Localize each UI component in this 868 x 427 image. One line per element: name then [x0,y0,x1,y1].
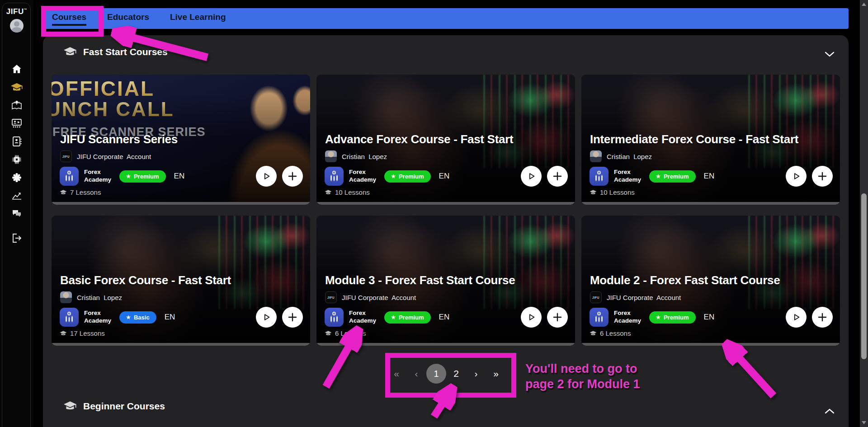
author-row: Cristian Lopez [60,291,122,303]
premium-badge: ★Premium [649,311,696,324]
live-class-icon[interactable] [8,114,26,132]
progress-bar [316,202,575,205]
author-avatar [60,291,72,303]
sidebar: JIFU™ [0,0,33,427]
app-window: JIFU™ [0,0,868,427]
course-card[interactable]: Module 3 - Forex Fast Start Course JIFU … [316,216,575,346]
academy-label: ForexAcademy [614,169,641,184]
add-button[interactable] [547,307,568,328]
section-title: Beginner Courses [83,401,165,412]
add-button[interactable] [282,307,303,328]
play-button[interactable] [521,166,542,187]
card-footer: ForexAcademy ★Premium EN [325,166,449,187]
add-button[interactable] [547,166,568,187]
progress-bar [316,343,575,346]
author-row: JIFU JIFU Corporate Account [325,291,416,303]
star-icon: ★ [126,174,131,179]
chat-icon[interactable] [8,205,26,223]
add-button[interactable] [812,166,833,187]
analytics-chart-icon[interactable] [8,187,26,205]
add-button[interactable] [282,166,303,187]
course-title: Module 2 - Forex Fast Start Course [590,273,780,287]
course-title: JIFU Scanners Series [60,132,178,146]
course-card[interactable]: Basic Forex Course - Fast Start Cristian… [52,216,310,346]
author-name: Cristian Lopez [607,153,652,160]
course-card[interactable]: OFFICIAL UNCH CALL FREE SCANNER SERIES J… [52,75,310,205]
card-footer: ForexAcademy ★Premium EN [60,166,184,187]
course-card[interactable]: Intermediate Forex Course - Fast Start C… [581,75,840,205]
author-name: JIFU Corporate Account [342,294,416,301]
author-avatar: JIFU [590,291,602,303]
lessons-count: 7 Lessons [60,188,101,196]
settings-gear-icon[interactable] [8,169,26,187]
pagination-last[interactable]: » [486,364,506,384]
academy-label: ForexAcademy [349,310,376,325]
tab-live-learning[interactable]: Live Learning [170,11,226,26]
course-title: Advance Forex Course - Fast Start [325,132,513,146]
play-button[interactable] [256,166,277,187]
forex-academy-icon [590,308,609,327]
language-label: EN [439,313,450,322]
progress-bar [52,343,310,346]
language-label: EN [174,172,185,181]
pagination: « ‹ 1 2 › » [387,364,506,384]
course-card[interactable]: Advance Forex Course - Fast Start Cristi… [316,75,575,205]
scrollbar-thumb[interactable] [861,193,867,359]
lessons-count: 6 Lessons [325,329,366,337]
scrollbar-down-arrow[interactable] [862,421,866,424]
jifu-logo: JIFU™ [0,7,33,16]
pagination-next[interactable]: › [466,364,486,384]
star-icon: ★ [391,315,396,320]
home-icon[interactable] [8,60,26,78]
play-button[interactable] [786,307,807,328]
academy-label: ForexAcademy [84,310,111,325]
premium-badge: ★Premium [384,170,431,183]
user-avatar[interactable] [10,19,24,33]
course-title: Intermediate Forex Course - Fast Start [590,132,798,146]
section-title: Fast Start Courses [83,47,168,57]
play-button[interactable] [521,307,542,328]
lessons-cap-icon [60,330,67,337]
author-avatar [590,150,602,162]
card-footer: ForexAcademy ★Basic EN [60,307,175,328]
collapse-chevron-down-icon[interactable] [824,51,835,58]
graduation-cap-icon[interactable] [8,78,26,96]
language-label: EN [704,313,715,322]
chip-icon[interactable] [8,150,26,169]
courses-panel: Fast Start Courses OFFICIAL UNCH CALL FR… [43,35,849,427]
scrollbar-up-arrow[interactable] [862,3,866,6]
card-footer: ForexAcademy ★Premium EN [590,307,714,328]
scrollbar[interactable] [860,0,868,427]
lessons-count: 17 Lessons [60,329,105,337]
lessons-cap-icon [325,330,332,337]
fast-start-section-header: Fast Start Courses [63,46,168,58]
collapse-chevron-up-icon[interactable] [824,408,835,415]
logout-icon[interactable] [8,229,26,247]
language-label: EN [704,172,715,181]
course-card[interactable]: Module 2 - Forex Fast Start Course JIFU … [581,216,840,346]
add-button[interactable] [812,307,833,328]
contacts-icon[interactable] [8,132,26,150]
basic-badge: ★Basic [119,311,156,324]
forex-academy-icon [325,167,344,186]
play-button[interactable] [786,166,807,187]
tab-courses[interactable]: Courses [52,11,86,26]
pagination-page-1[interactable]: 1 [426,364,446,384]
section-cap-icon [63,46,77,58]
pagination-first[interactable]: « [387,364,406,384]
section-cap-icon [63,400,77,412]
premium-badge: ★Premium [649,170,696,183]
tab-educators[interactable]: Educators [107,11,149,26]
academy-label: ForexAcademy [614,310,641,325]
pagination-page-2[interactable]: 2 [446,364,466,384]
learning-book-icon[interactable] [8,96,26,114]
author-name: JIFU Corporate Account [77,153,151,160]
play-button[interactable] [256,307,277,328]
author-avatar: JIFU [60,150,72,162]
lessons-cap-icon [325,189,332,196]
author-avatar: JIFU [325,291,337,303]
pagination-prev[interactable]: ‹ [406,364,426,384]
language-label: EN [165,313,175,322]
premium-badge: ★Premium [119,170,166,183]
course-title: Module 3 - Forex Fast Start Course [325,273,515,287]
